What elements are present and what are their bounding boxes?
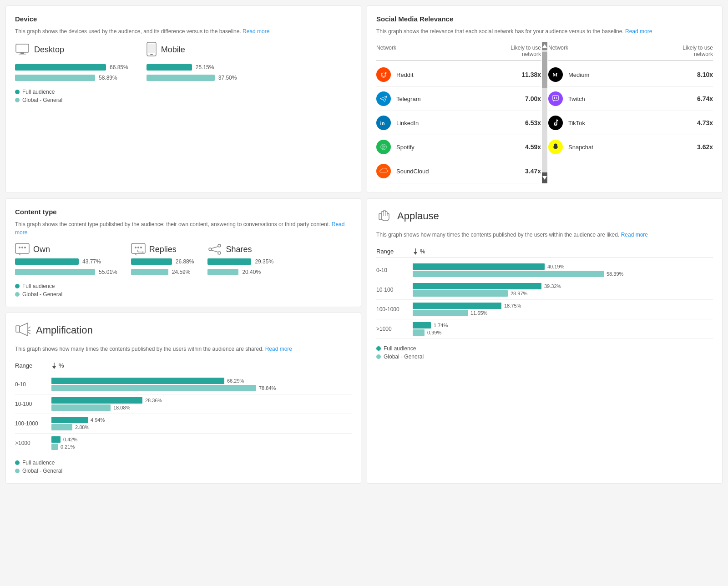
own-bar1-value: 43.77% <box>82 258 101 265</box>
social-left-row: in LinkedIn 6.53x <box>376 111 541 135</box>
shares-bar1-row: 29.35% <box>207 258 273 265</box>
own-bar1-row: 43.77% <box>15 258 117 265</box>
bar1-value: 18.75% <box>504 303 521 308</box>
bar1 <box>51 397 142 404</box>
range-label: 100-1000 <box>376 306 413 313</box>
content-type-description: This graph shows the content type publis… <box>15 220 352 237</box>
social-left-network-header: Network <box>376 45 505 57</box>
bar1 <box>413 303 501 309</box>
range-label: 10-100 <box>376 287 413 293</box>
device-read-more[interactable]: Read more <box>243 28 269 35</box>
scroll-up-button[interactable] <box>542 42 547 50</box>
bar1-value: 66.29% <box>227 378 244 384</box>
applause-full-dot <box>376 346 381 351</box>
content-global-dot <box>15 292 20 297</box>
network-icon <box>548 91 563 106</box>
bar2-value: 18.08% <box>113 405 130 410</box>
bar1-row: 39.32% <box>413 283 713 289</box>
own-label-wrap: Own <box>15 243 117 256</box>
content-type-title: Content type <box>15 208 352 216</box>
desktop-bar1-row: 66.85% <box>15 64 128 71</box>
svg-point-29 <box>140 247 142 248</box>
desktop-label: Desktop <box>34 45 64 55</box>
social-left-row: Reddit 11.38x <box>376 63 541 87</box>
svg-point-12 <box>385 73 386 74</box>
svg-point-23 <box>19 247 20 248</box>
bar2-value: 0.21% <box>61 444 75 450</box>
applause-pct-header: % <box>413 248 713 255</box>
applause-global-general: Global - General <box>376 354 713 360</box>
applause-sort-icon <box>413 248 418 255</box>
network-multiplier: 4.73x <box>697 119 713 126</box>
svg-point-32 <box>218 244 221 247</box>
network-multiplier: 3.47x <box>525 167 541 175</box>
mobile-bar1 <box>147 64 192 71</box>
own-item: Own 43.77% 55.01% <box>15 243 117 277</box>
amplification-title: Amplification <box>36 324 93 336</box>
range-bars: 66.29% 78.84% <box>51 378 352 391</box>
network-icon <box>376 91 391 106</box>
mobile-header: Mobile <box>147 42 237 58</box>
amplification-read-more[interactable]: Read more <box>265 346 292 352</box>
applause-title: Applause <box>397 210 439 222</box>
social-right-likely-header: Likely to use network <box>677 45 713 57</box>
network-name: Snapchat <box>568 144 693 151</box>
shares-bar2 <box>207 269 238 275</box>
network-name: SoundCloud <box>396 168 521 175</box>
bar2 <box>413 329 425 336</box>
svg-rect-5 <box>148 44 155 53</box>
replies-bar2-row: 24.59% <box>131 269 194 275</box>
network-icon <box>376 67 391 82</box>
replies-bar1-row: 26.88% <box>131 258 194 265</box>
bar2 <box>51 385 256 391</box>
mobile-bar1-row: 25.15% <box>147 64 237 71</box>
range-bars: 39.32% 28.97% <box>413 283 713 297</box>
network-multiplier: 8.10x <box>697 71 713 78</box>
scroll-down-button[interactable] <box>542 172 547 183</box>
applause-icon <box>376 208 393 224</box>
svg-line-40 <box>28 332 30 334</box>
bar1 <box>413 322 431 328</box>
device-grid: Desktop 66.85% 58.89% <box>15 42 352 82</box>
shares-bar1-value: 29.35% <box>255 258 273 265</box>
applause-row: 100-1000 18.75% 11.65% <box>376 300 713 319</box>
bar2-row: 58.39% <box>413 271 713 277</box>
amplification-rows: 0-10 66.29% 78.84% 10-100 28.36% 18.08% … <box>15 375 352 453</box>
content-type-legend: Full audience Global - General <box>15 283 352 298</box>
shares-bar1 <box>207 258 251 265</box>
network-icon <box>376 164 391 178</box>
mobile-label: Mobile <box>161 45 185 55</box>
scrollbar-track <box>542 42 547 183</box>
amplification-row: 0-10 66.29% 78.84% <box>15 375 352 394</box>
bar2 <box>51 404 111 411</box>
amp-global-general: Global - General <box>15 468 352 474</box>
social-left-row: SoundCloud 3.47x <box>376 159 541 183</box>
svg-point-30 <box>142 252 143 253</box>
sort-icon <box>51 363 57 369</box>
svg-marker-37 <box>20 323 28 336</box>
range-label: 0-10 <box>15 381 51 388</box>
bar2 <box>51 444 58 450</box>
content-type-card: Content type This graph shows the conten… <box>5 198 361 307</box>
bar1 <box>51 378 224 384</box>
desktop-bar2-value: 58.89% <box>99 75 117 81</box>
scrollbar-thumb <box>542 52 547 88</box>
applause-read-more[interactable]: Read more <box>621 232 648 238</box>
network-name: Telegram <box>396 96 521 102</box>
bar2 <box>413 271 604 277</box>
bar1-value: 40.19% <box>547 264 564 269</box>
global-general-label: Global - General <box>22 97 62 103</box>
amplification-pct-header: % <box>51 362 352 369</box>
network-icon <box>548 116 563 130</box>
global-general-dot <box>15 98 20 102</box>
range-label: >1000 <box>376 326 413 332</box>
social-right-row: M Medium 8.10x <box>548 63 713 87</box>
social-media-read-more[interactable]: Read more <box>625 28 652 35</box>
content-full-dot <box>15 284 20 288</box>
own-bar1 <box>15 258 79 265</box>
social-left-networks: Reddit 11.38x Telegram 7.00x in LinkedIn… <box>376 63 541 183</box>
replies-bar2 <box>131 269 168 275</box>
device-card: Device This graph shows the devices used… <box>5 5 361 193</box>
bar2-row: 28.97% <box>413 290 713 297</box>
network-multiplier: 6.74x <box>697 95 713 102</box>
